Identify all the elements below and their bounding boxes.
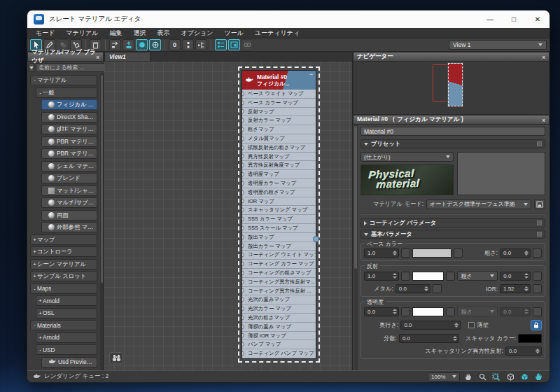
browser-tree-row[interactable]: フィジカル マテリアル	[41, 99, 97, 110]
slot-input-socket[interactable]	[242, 145, 244, 150]
material-node[interactable]: Material #0 フィジカル... − ベース ウェイト マップ ベース …	[241, 70, 316, 359]
search-options-button[interactable]	[29, 63, 34, 72]
browser-tree-row[interactable]: 両面	[41, 210, 97, 220]
transparency-roughness-map-button[interactable]	[533, 307, 542, 316]
material-mode-dropdown[interactable]: オートデスク標準サーフェス準拠	[426, 200, 531, 209]
metalness-map-button[interactable]	[433, 284, 442, 293]
node-slot[interactable]: 透明度の粗さマップ	[242, 188, 316, 197]
menu-item[interactable]: 選択	[127, 28, 151, 38]
node-slot[interactable]: バンプ マップ	[242, 340, 316, 349]
menu-item[interactable]: マテリアル	[60, 28, 104, 38]
base-weight-spinner[interactable]: 1.0	[364, 248, 399, 258]
node-slot[interactable]: コーティング カラー マップ	[242, 260, 316, 269]
menu-item[interactable]: 表示	[151, 28, 175, 38]
reflection-weight-spinner[interactable]: 1.0	[364, 272, 399, 281]
node-slot[interactable]: コーティング異方性反射マ...	[242, 278, 316, 287]
slot-input-socket[interactable]	[242, 154, 244, 159]
base-color-map-button[interactable]	[454, 248, 463, 258]
node-slot[interactable]: SSS スケール マップ	[242, 224, 316, 233]
tree-expand-glyph[interactable]: +	[38, 335, 43, 341]
browser-tree-row[interactable]: シェル マテリアル	[41, 161, 97, 172]
base-roughness-spinner[interactable]: 0.0	[500, 248, 531, 258]
browser-tree-row[interactable]: - Maps	[30, 284, 97, 294]
tree-expand-glyph[interactable]: -	[38, 90, 43, 96]
node-slot[interactable]: コーティング異方性反射 ...	[242, 287, 316, 296]
node-output-socket[interactable]	[313, 236, 319, 242]
browser-tree-row[interactable]: Usd Preview Surface	[41, 357, 97, 368]
node-slot[interactable]: 薄膜 IOR マップ	[242, 332, 316, 341]
rollout-coating-params[interactable]: コーティング パラメータ	[360, 218, 545, 227]
slot-input-socket[interactable]	[242, 190, 244, 195]
node-slot[interactable]: メタル質マップ	[242, 134, 316, 144]
browser-tree-row[interactable]: - USD	[36, 344, 97, 355]
browser-tree-row[interactable]: PBR マテリアル(メタル ...	[41, 136, 97, 147]
scattering-anisotropy-spinner[interactable]: 0.0	[505, 346, 542, 356]
navigator-toggle-icon[interactable]	[228, 39, 240, 50]
transparency-color-swatch[interactable]	[412, 307, 444, 316]
material-node-header[interactable]: Material #0 フィジカル... −	[242, 71, 316, 90]
rollout-preset[interactable]: プリセット	[360, 139, 545, 148]
tree-expand-glyph[interactable]: +	[32, 248, 37, 255]
base-weight-map-button[interactable]	[401, 248, 410, 258]
node-slot[interactable]: 光沢カラー マップ	[242, 304, 316, 314]
browser-tree-row[interactable]: + Arnold	[36, 332, 97, 343]
browser-tree-row[interactable]: + シーン マテリアル	[30, 259, 97, 270]
material-name-field[interactable]: Material #0	[360, 127, 545, 136]
close-button[interactable]: ✕	[526, 10, 550, 28]
node-slot[interactable]: 透明度マップ	[242, 170, 316, 179]
params-scrollbar[interactable]	[354, 125, 358, 370]
tree-expand-glyph[interactable]: -	[38, 346, 43, 353]
browser-tree-row[interactable]: glTF マテリアル	[41, 124, 97, 134]
menu-item[interactable]: ユーティリティ	[249, 28, 305, 38]
navigator-node-thumbnail[interactable]	[448, 63, 463, 106]
ior-spinner[interactable]: 1.52	[500, 284, 531, 293]
node-slot[interactable]: 異方性反射マップ	[242, 153, 316, 162]
browser-tree-row[interactable]: + サンプル スロット	[30, 271, 97, 281]
zoom-extents-selected-icon[interactable]	[519, 372, 530, 382]
depth-spinner[interactable]: 0.0	[400, 321, 461, 330]
browser-tree-row[interactable]: マルチ/サブ オブジェクト	[41, 197, 97, 208]
slot-input-socket[interactable]	[242, 351, 244, 356]
slot-input-socket[interactable]	[242, 244, 244, 248]
tree-expand-glyph[interactable]: -	[32, 77, 37, 83]
zoom-region-tool-icon[interactable]	[491, 372, 502, 382]
browser-tree-row[interactable]: - 一般	[36, 88, 97, 98]
slot-input-socket[interactable]	[242, 217, 244, 222]
pan-tool-icon[interactable]	[463, 372, 474, 382]
browser-tree-row[interactable]: - マテリアル	[30, 75, 97, 85]
node-slot[interactable]: 異方性反射角度マップ	[242, 161, 316, 170]
slot-input-socket[interactable]	[242, 342, 244, 347]
pan-selected-icon[interactable]	[533, 372, 544, 382]
reflection-roughness-spinner[interactable]: 0.0	[500, 272, 531, 281]
reflection-color-swatch[interactable]	[412, 272, 444, 281]
browser-tree-row[interactable]: + OSL	[36, 308, 97, 318]
slot-input-socket[interactable]	[242, 253, 244, 258]
node-slot[interactable]: 光沢の粗さマップ	[242, 314, 316, 323]
node-slot[interactable]: 反射カラー マップ	[242, 116, 316, 125]
reflection-weight-map-button[interactable]	[401, 272, 410, 281]
metalness-spinner[interactable]: 0.0	[396, 284, 430, 293]
tree-expand-glyph[interactable]: +	[32, 261, 37, 267]
slot-input-socket[interactable]	[242, 127, 244, 132]
save-material-mode-button[interactable]	[534, 199, 545, 209]
sample-slot-count-button[interactable]: 0	[169, 39, 181, 50]
maximize-button[interactable]: □	[502, 10, 526, 28]
node-graph-canvas[interactable]: Material #0 フィジカル... − ベース ウェイト マップ ベース …	[104, 61, 352, 370]
transparency-weight-map-button[interactable]	[401, 307, 410, 316]
slot-input-socket[interactable]	[242, 172, 244, 177]
browser-tree-row[interactable]: ブレンド	[41, 173, 97, 183]
tree-expand-glyph[interactable]: +	[38, 298, 43, 304]
reflection-roughness-map-button[interactable]	[533, 272, 542, 281]
reflection-color-map-button[interactable]	[446, 272, 455, 281]
menu-item[interactable]: モード	[30, 28, 60, 38]
slot-input-socket[interactable]	[242, 324, 244, 329]
rollout-pin-icon[interactable]	[537, 141, 542, 146]
tree-expand-glyph[interactable]: +	[32, 237, 37, 243]
ior-map-button[interactable]	[533, 284, 542, 293]
zoom-extents-icon[interactable]	[505, 372, 516, 382]
vertical-layout-icon[interactable]	[182, 39, 194, 50]
browser-tree-row[interactable]: + マップ	[30, 234, 97, 245]
scatter-color-swatch[interactable]	[518, 334, 542, 343]
slot-input-socket[interactable]	[242, 307, 244, 312]
slot-input-socket[interactable]	[242, 225, 244, 230]
